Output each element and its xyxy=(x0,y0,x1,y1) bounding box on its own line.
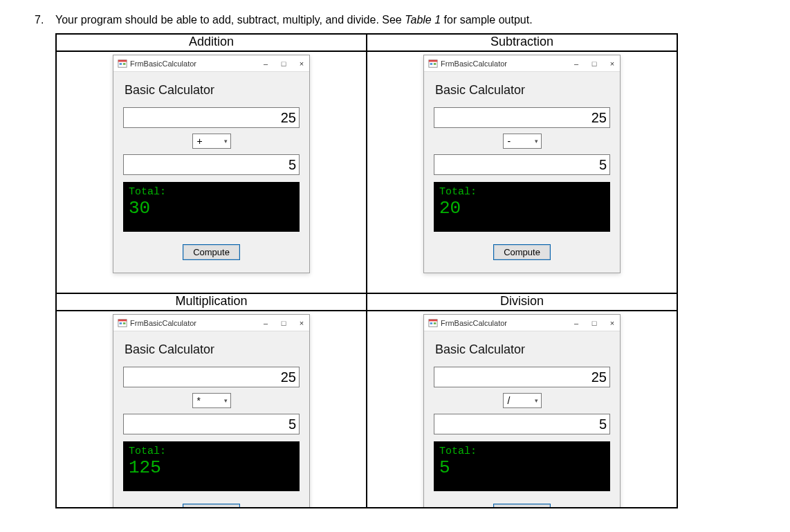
operand2-input[interactable] xyxy=(123,154,300,175)
app-window-addition: FrmBasicCalculator – □ × Basic Calculato… xyxy=(113,55,310,273)
operand1-input[interactable] xyxy=(434,107,610,128)
operand2-input[interactable] xyxy=(434,414,610,434)
operator-select[interactable]: * ▾ xyxy=(192,393,231,408)
app-heading: Basic Calculator xyxy=(125,83,300,98)
total-label: Total: xyxy=(439,186,605,198)
operator-value: - xyxy=(508,136,511,147)
close-button[interactable]: × xyxy=(607,318,617,328)
app-icon xyxy=(428,59,438,68)
total-label: Total: xyxy=(439,446,605,457)
cell-subtraction: FrmBasicCalculator – □ × Basic Calculato… xyxy=(367,51,677,293)
result-box: Total: 20 xyxy=(434,182,610,232)
compute-button[interactable]: Compute xyxy=(493,504,551,508)
svg-rect-7 xyxy=(434,63,437,65)
minimize-button[interactable]: – xyxy=(261,59,270,68)
app-window-subtraction: FrmBasicCalculator – □ × Basic Calculato… xyxy=(423,55,621,273)
close-button[interactable]: × xyxy=(297,59,306,68)
operand2-input[interactable] xyxy=(434,154,610,175)
operator-value: * xyxy=(197,395,201,406)
instruction-part-b: for sample output. xyxy=(441,14,533,26)
operand1-input[interactable] xyxy=(434,367,610,387)
app-icon xyxy=(428,318,438,328)
app-heading: Basic Calculator xyxy=(435,83,610,98)
chevron-down-icon: ▾ xyxy=(535,138,538,145)
operator-select[interactable]: + ▾ xyxy=(192,134,231,149)
window-title: FrmBasicCalculator xyxy=(441,319,571,327)
result-value: 5 xyxy=(439,459,605,477)
svg-rect-14 xyxy=(430,322,433,324)
table-row: Multiplication Division xyxy=(56,293,677,311)
window-controls: – □ × xyxy=(261,59,306,68)
result-value: 20 xyxy=(439,199,605,217)
operator-select[interactable]: - ▾ xyxy=(503,134,542,149)
compute-button[interactable]: Compute xyxy=(183,244,240,260)
svg-rect-9 xyxy=(118,319,127,321)
table-row: Addition Subtraction xyxy=(56,34,677,51)
client-area: Basic Calculator * ▾ Total: 125 C xyxy=(113,331,309,508)
caption-multiplication: Multiplication xyxy=(56,293,367,311)
close-button[interactable]: × xyxy=(607,59,617,68)
caption-subtraction: Subtraction xyxy=(367,34,677,51)
svg-rect-15 xyxy=(434,322,437,324)
window-controls: – □ × xyxy=(571,59,617,68)
operand1-input[interactable] xyxy=(123,107,300,128)
svg-rect-13 xyxy=(429,319,437,321)
operator-value: + xyxy=(197,136,203,147)
table-row: FrmBasicCalculator – □ × Basic Calculato… xyxy=(56,311,677,508)
app-icon xyxy=(118,59,127,68)
window-title: FrmBasicCalculator xyxy=(130,59,261,68)
minimize-button[interactable]: – xyxy=(261,318,270,328)
client-area: Basic Calculator + ▾ Total: 30 Co xyxy=(113,72,309,273)
svg-rect-2 xyxy=(120,63,122,65)
minimize-button[interactable]: – xyxy=(571,59,581,68)
result-box: Total: 5 xyxy=(434,441,610,491)
maximize-button[interactable]: □ xyxy=(279,59,288,68)
window-title: FrmBasicCalculator xyxy=(441,59,571,68)
close-button[interactable]: × xyxy=(297,318,306,328)
instruction-part-a: Your program should be able to add, subt… xyxy=(55,14,405,26)
result-box: Total: 125 xyxy=(123,441,300,491)
window-title: FrmBasicCalculator xyxy=(130,319,261,327)
titlebar: FrmBasicCalculator – □ × xyxy=(424,315,620,331)
caption-division: Division xyxy=(367,293,677,311)
compute-button[interactable]: Compute xyxy=(183,504,240,508)
window-controls: – □ × xyxy=(571,318,617,328)
app-window-multiplication: FrmBasicCalculator – □ × Basic Calculato… xyxy=(113,314,310,508)
titlebar: FrmBasicCalculator – □ × xyxy=(424,55,620,72)
compute-button[interactable]: Compute xyxy=(493,244,551,260)
maximize-button[interactable]: □ xyxy=(589,318,599,328)
cell-addition: FrmBasicCalculator – □ × Basic Calculato… xyxy=(56,51,367,293)
operand2-input[interactable] xyxy=(123,414,300,434)
total-label: Total: xyxy=(129,186,294,198)
svg-rect-11 xyxy=(123,322,126,324)
svg-rect-5 xyxy=(429,59,437,62)
operand1-input[interactable] xyxy=(123,367,300,387)
client-area: Basic Calculator / ▾ Total: 5 Com xyxy=(424,331,620,508)
window-controls: – □ × xyxy=(261,318,306,328)
maximize-button[interactable]: □ xyxy=(589,59,599,68)
chevron-down-icon: ▾ xyxy=(535,397,538,404)
svg-rect-10 xyxy=(120,322,122,324)
result-value: 125 xyxy=(129,459,294,477)
svg-rect-1 xyxy=(118,59,127,62)
titlebar: FrmBasicCalculator – □ × xyxy=(113,315,309,331)
app-heading: Basic Calculator xyxy=(435,342,610,357)
chevron-down-icon: ▾ xyxy=(224,138,228,145)
app-heading: Basic Calculator xyxy=(125,342,300,357)
app-icon xyxy=(118,318,127,328)
minimize-button[interactable]: – xyxy=(571,318,581,328)
caption-addition: Addition xyxy=(56,34,367,51)
maximize-button[interactable]: □ xyxy=(279,318,288,328)
table-row: FrmBasicCalculator – □ × Basic Calculato… xyxy=(56,51,677,293)
cell-division: FrmBasicCalculator – □ × Basic Calculato… xyxy=(367,311,677,508)
svg-rect-3 xyxy=(123,63,126,65)
cell-multiplication: FrmBasicCalculator – □ × Basic Calculato… xyxy=(56,311,367,508)
result-value: 30 xyxy=(129,199,294,217)
client-area: Basic Calculator - ▾ Total: 20 Co xyxy=(424,72,620,273)
instruction-number: 7. xyxy=(35,14,55,26)
operator-select[interactable]: / ▾ xyxy=(503,393,542,408)
instruction-row: 7. Your program should be able to add, s… xyxy=(35,14,755,26)
titlebar: FrmBasicCalculator – □ × xyxy=(113,55,309,72)
sample-output-table: Addition Subtraction FrmBasicCalculator … xyxy=(55,33,678,508)
total-label: Total: xyxy=(129,446,294,457)
